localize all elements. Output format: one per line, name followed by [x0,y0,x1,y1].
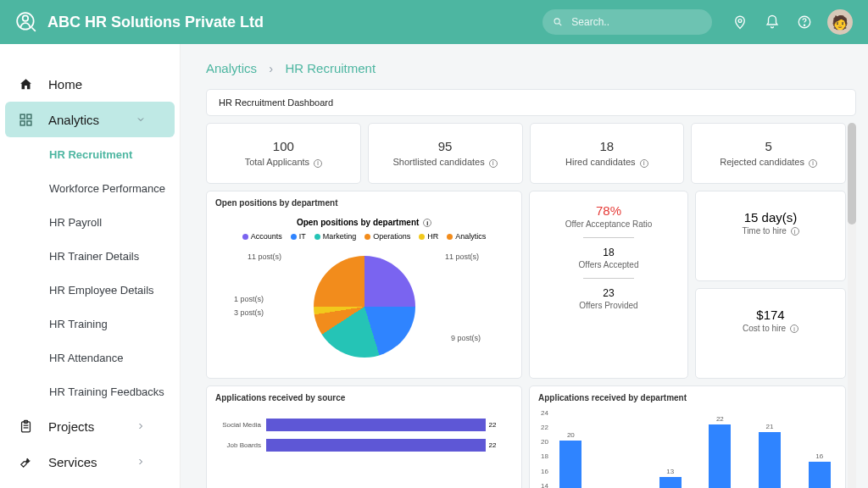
info-icon[interactable]: i [489,159,498,168]
hbar-value: 22 [489,421,497,429]
info-icon[interactable]: i [809,159,817,168]
sidebar-sub-hr-recruitment[interactable]: HR Recruitment [0,137,180,171]
scrollbar-thumb[interactable] [848,123,856,225]
sidebar-sub-attendance[interactable]: HR Attendance [0,341,180,374]
svg-rect-10 [20,120,25,125]
help-icon[interactable] [797,14,812,30]
cost-to-hire-card: $174 Cost to hire i [695,288,846,379]
vbar-value: 13 [666,468,674,475]
metric-value: 15 day(s) [701,210,840,225]
sidebar-sub-feedbacks[interactable]: HR Training Feedbacks [0,374,180,408]
panel-title: Applications received by source [207,386,521,409]
svg-point-7 [804,25,804,25]
sidebar-sub-trainer[interactable]: HR Trainer Details [0,239,180,273]
kpi-hired: 18 Hired candidates i [530,123,685,184]
dashboard: HR Recruitment Dashboard 100 Total Appli… [206,89,856,488]
kpi-total-applicants: 100 Total Applicants i [206,123,361,184]
kpi-rejected: 5 Rejected candidates i [691,123,846,184]
logo-icon [15,11,37,33]
source-bar-panel: Applications received by source Social M… [206,385,522,488]
svg-point-5 [738,19,742,23]
svg-rect-8 [20,114,25,119]
info-icon[interactable]: i [791,227,799,236]
breadcrumb: Analytics › HR Recruitment [206,61,856,75]
topbar: ABC HR Solutions Private Ltd 🧑 [0,0,868,44]
dashboard-title: HR Recruitment Dashboard [206,89,856,116]
hbar-row: Social Media 22 [266,414,504,435]
svg-line-4 [559,24,562,26]
kpi-label: Total Applicants i [214,157,353,168]
vbar-value: 22 [716,415,724,423]
breadcrumb-root[interactable]: Analytics [206,61,257,75]
metric-label: Time to hire i [701,226,840,236]
sidebar-sub-workforce[interactable]: Workforce Performance [0,171,180,205]
pie-panel: Open positions by department Open positi… [206,191,522,380]
sidebar-item-label: Projects [48,419,94,434]
info-icon[interactable]: i [423,219,431,227]
sidebar-sub-employee[interactable]: HR Employee Details [0,273,180,307]
location-icon[interactable] [732,14,748,30]
info-icon[interactable]: i [314,159,322,168]
hbar-value: 22 [489,441,497,449]
pie-slice-label: 11 post(s) [248,252,281,261]
metric-label: Offers Provided [535,301,682,310]
avatar[interactable]: 🧑 [827,9,853,35]
metric-label: Cost to hire i [701,324,840,334]
pie-slice-label: 11 post(s) [445,252,479,261]
vbar-value: 20 [567,431,575,439]
panel-title: Applications received by department [530,386,845,409]
vbar-chart: 2422201816141210 20 8 13 22 21 16 [530,409,845,488]
dept-bar-panel: Applications received by department 2422… [529,385,846,488]
metric-value: 18 [535,247,682,258]
sidebar-item-label: Home [48,77,82,92]
pie-slice-label: 9 post(s) [451,334,481,342]
svg-line-2 [32,28,36,31]
metric-value: 78% [535,203,682,218]
svg-point-3 [554,19,559,24]
hbar-row: Job Boards 22 [266,435,504,455]
kpi-row: 100 Total Applicants i 95 Shortlisted ca… [206,123,846,184]
search-box[interactable] [542,9,712,35]
wrench-icon [19,455,33,469]
panel-title: Open positions by department [207,191,521,214]
pie-chart: 11 post(s) 11 post(s) 9 post(s) 1 post(s… [215,247,513,366]
kpi-value: 100 [214,139,353,153]
offer-ratio-card: 78% Offer Acceptance Ratio 18 Offers Acc… [529,191,688,380]
sidebar-item-services[interactable]: Services [0,444,180,480]
sidebar-sub-training[interactable]: HR Training [0,307,180,341]
company-name: ABC HR Solutions Private Ltd [47,14,264,31]
time-to-hire-card: 15 day(s) Time to hire i [695,191,846,281]
svg-point-0 [23,15,29,21]
breadcrumb-current[interactable]: HR Recruitment [285,61,376,75]
sidebar-item-home[interactable]: Home [0,66,180,102]
main-content: Analytics › HR Recruitment HR Recruitmen… [181,44,868,488]
chevron-right-icon [136,421,146,431]
search-input[interactable] [570,15,702,29]
info-icon[interactable]: i [790,324,798,333]
hbar-category: Social Media [214,421,261,429]
info-icon[interactable]: i [640,159,648,168]
kpi-label: Shortlisted candidates i [376,157,515,168]
kpi-label: Hired candidates i [537,157,677,168]
kpi-value: 18 [537,139,677,153]
kpi-shortlisted: 95 Shortlisted candidates i [368,123,523,184]
vbar-value: 21 [766,423,774,430]
sidebar-item-analytics[interactable]: Analytics [5,102,175,137]
kpi-label: Rejected candidates i [698,157,838,168]
clipboard-icon [19,419,33,434]
chevron-down-icon [136,114,146,125]
metric-label: Offers Accepted [535,260,682,269]
sidebar-sub-payroll[interactable]: HR Payroll [0,205,180,239]
kpi-value: 95 [376,139,515,153]
kpi-value: 5 [698,139,838,153]
bell-icon[interactable] [765,14,780,30]
chevron-right-icon [136,457,146,467]
pie-legend: Accounts IT Marketing Operations HR Anal… [215,232,513,241]
sidebar-item-projects[interactable]: Projects [0,408,180,444]
pie-slice-label: 3 post(s) [234,308,264,317]
sidebar-item-label: Services [48,455,97,469]
metric-value: $174 [701,308,840,322]
y-axis: 2422201816141210 [533,409,548,488]
analytics-icon [19,113,33,127]
svg-rect-11 [27,120,31,125]
